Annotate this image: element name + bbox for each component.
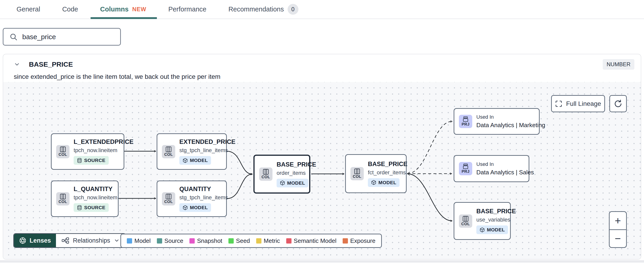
cube-icon	[280, 180, 285, 186]
column-icon-chip: COL	[459, 215, 472, 228]
chip-label: COL	[461, 222, 470, 226]
chip-label: COL	[353, 174, 361, 179]
columns-icon	[462, 216, 469, 222]
source-swatch	[157, 238, 162, 244]
column-search	[3, 28, 121, 46]
node-title: QUANTITY	[179, 186, 211, 193]
legend-item-source: Source	[157, 237, 183, 245]
legend-item-exposure: Exposure	[343, 237, 376, 245]
columns-icon	[165, 194, 172, 200]
used-in-label: Used In	[476, 161, 494, 167]
column-icon-chip: COL	[162, 145, 175, 158]
zoom-in-button[interactable]: +	[610, 212, 626, 229]
collapse-chevron-icon[interactable]	[14, 61, 20, 68]
cube-icon	[182, 158, 188, 163]
model-badge: MODEL	[476, 226, 508, 234]
columns-icon	[354, 168, 360, 174]
refresh-button[interactable]	[609, 95, 627, 112]
node-type-legend: Model Source Snapshot Seed Metric Semant…	[120, 234, 382, 248]
node-base-price-order-items[interactable]: COL BASE_PRICE order_items MODEL	[254, 155, 310, 194]
chip-label: COL	[164, 152, 173, 157]
model-badge: MODEL	[368, 178, 400, 187]
node-title: L_EXTENDEDPRICE	[74, 138, 134, 145]
tab-bar: General Code Columns NEW Performance Rec…	[0, 0, 644, 19]
source-badge: SOURCE	[74, 156, 109, 165]
cube-icon	[182, 205, 188, 210]
legend-item-semantic-model: Semantic Model	[286, 237, 336, 245]
node-subtitle: stg_tpch_line_items	[179, 147, 228, 154]
database-icon	[77, 205, 82, 210]
column-panel-header: BASE_PRICE NUMBER	[3, 58, 641, 70]
column-panel: BASE_PRICE NUMBER since extended_price i…	[3, 54, 641, 260]
search-input[interactable]	[22, 33, 114, 41]
chip-label: COL	[164, 200, 173, 204]
chip-label: COL	[58, 152, 67, 157]
column-type-badge: NUMBER	[603, 59, 634, 70]
legend-item-snapshot: Snapshot	[190, 237, 222, 245]
refresh-icon	[614, 99, 622, 108]
node-base-price-use-variables[interactable]: COL BASE_PRICE use_variables MODEL	[454, 202, 511, 240]
chip-label: COL	[58, 200, 67, 204]
node-base-price-fct-order-items[interactable]: COL BASE_PRICE fct_order_items MODEL	[345, 154, 407, 193]
project-title: Data Analytics | Sales	[476, 169, 534, 176]
tab-label: Columns	[100, 5, 129, 13]
node-title: BASE_PRICE	[368, 161, 408, 168]
legend-item-seed: Seed	[228, 237, 250, 245]
tab-label: Performance	[168, 5, 206, 13]
semantic-model-swatch	[286, 238, 292, 244]
node-extended-price[interactable]: COL EXTENDED_PRICE stg_tpch_line_items M…	[157, 133, 227, 170]
lineage-canvas[interactable]: COL L_EXTENDEDPRICE tpch_now.lineitem SO…	[3, 82, 641, 260]
project-icon-chip: PRJ	[459, 162, 472, 175]
node-subtitle: order_items	[276, 170, 306, 176]
tab-label: Recommendations	[228, 5, 284, 13]
recommendations-count-badge: 0	[288, 4, 298, 15]
full-lineage-button[interactable]: Full Lineage	[551, 95, 605, 112]
zoom-out-button[interactable]: −	[610, 229, 626, 248]
search-icon	[10, 33, 18, 41]
node-subtitle: tpch_now.lineitem	[74, 194, 118, 201]
seed-swatch	[228, 238, 234, 244]
new-badge: NEW	[132, 6, 146, 12]
node-l-quantity[interactable]: COL L_QUANTITY tpch_now.lineitem SOURCE	[51, 181, 118, 217]
column-icon-chip: COL	[56, 145, 70, 158]
column-icon-chip: COL	[350, 167, 364, 180]
expand-icon	[555, 100, 562, 107]
snapshot-swatch	[190, 238, 195, 244]
node-title: EXTENDED_PRICE	[179, 138, 236, 145]
column-icon-chip: COL	[259, 168, 272, 181]
cube-icon	[480, 227, 485, 233]
node-subtitle: tpch_now.lineitem	[74, 147, 118, 154]
model-badge: MODEL	[179, 203, 211, 212]
zoom-controls: + −	[609, 211, 627, 248]
columns-icon	[60, 194, 66, 200]
tab-recommendations[interactable]: Recommendations 0	[228, 0, 298, 18]
column-description: since extended_price is the line item to…	[3, 70, 641, 82]
node-subtitle: stg_tpch_line_items	[179, 194, 228, 201]
tab-columns[interactable]: Columns NEW	[100, 0, 146, 18]
model-badge: MODEL	[276, 179, 308, 187]
lineage-edges	[3, 82, 641, 260]
node-l-extendedprice[interactable]: COL L_EXTENDEDPRICE tpch_now.lineitem SO…	[51, 133, 124, 170]
chip-label: PRJ	[462, 169, 470, 174]
archive-icon	[462, 163, 469, 169]
tab-performance[interactable]: Performance	[168, 0, 206, 18]
chevron-down-icon	[114, 238, 120, 244]
columns-icon	[165, 146, 172, 152]
lenses-toolbar: Lenses Relationships	[13, 233, 126, 248]
model-swatch	[127, 238, 132, 244]
page-bottom-strip	[0, 260, 644, 263]
columns-icon	[262, 169, 269, 175]
node-subtitle: fct_order_items	[368, 169, 406, 176]
node-quantity[interactable]: COL QUANTITY stg_tpch_line_items MODEL	[157, 181, 227, 217]
node-used-in-sales[interactable]: PRJ Used In Data Analytics | Sales	[454, 155, 529, 182]
project-icon-chip: PRJ	[459, 115, 472, 128]
node-used-in-marketing[interactable]: PRJ Used In Data Analytics | Marketing	[454, 108, 540, 135]
cube-icon	[371, 180, 376, 185]
legend-item-metric: Metric	[256, 237, 280, 245]
tab-code[interactable]: Code	[62, 0, 78, 18]
relationships-dropdown[interactable]: Relationships	[56, 234, 125, 247]
tab-general[interactable]: General	[16, 0, 40, 18]
model-badge: MODEL	[179, 156, 211, 165]
lenses-button[interactable]: Lenses	[14, 234, 56, 247]
tab-label: General	[16, 5, 40, 13]
